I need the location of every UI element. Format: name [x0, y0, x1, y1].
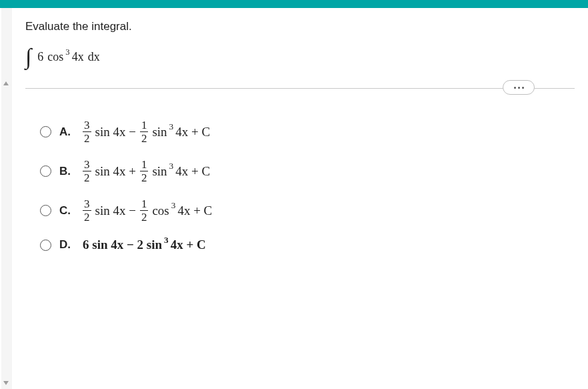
choice-c-t1: sin 4x − [93, 204, 138, 218]
choice-b-frac2: 1 2 [140, 159, 149, 183]
choice-a-exp: 3 [169, 121, 174, 132]
choice-c-math: 3 2 sin 4x − 1 2 cos34x + C [81, 198, 214, 223]
choice-b-f2d: 2 [140, 172, 149, 183]
choice-c-frac2: 1 2 [140, 198, 149, 223]
choice-c: C. 3 2 sin 4x − 1 2 cos34x + C [40, 198, 575, 223]
integral-coef: 6 [35, 50, 45, 64]
scroll-up-icon[interactable] [1, 79, 11, 88]
choice-b-t2a: sin [150, 164, 169, 179]
choice-d-letter: D. [59, 238, 74, 252]
integral-icon: ∫ [25, 45, 31, 68]
question-prompt: Evaluate the integral. [25, 20, 575, 33]
radio-c[interactable] [40, 205, 51, 216]
choice-a-t2a: sin [150, 125, 169, 139]
divider-line [25, 88, 575, 89]
top-accent-bar [0, 0, 588, 8]
choice-c-t2a: cos [150, 204, 171, 218]
radio-a[interactable] [40, 126, 51, 137]
scroll-down-icon[interactable] [1, 378, 11, 388]
choice-b-frac1: 3 2 [83, 159, 91, 183]
choice-b-t2b: 4x + C [173, 164, 212, 179]
radio-d[interactable] [40, 240, 51, 251]
choice-a-frac1: 3 2 [83, 119, 91, 144]
integral-dx: dx [86, 50, 102, 64]
left-scroll-gutter [1, 8, 12, 389]
choice-d: D. 6 sin 4x − 2 sin34x + C [40, 238, 575, 252]
choice-c-f1n: 3 [83, 198, 91, 210]
choice-a-letter: A. [59, 125, 74, 139]
choice-a-t1: sin 4x − [93, 125, 138, 139]
choice-d-exp: 3 [164, 235, 169, 246]
answer-choices: A. 3 2 sin 4x − 1 2 sin34x + C B. [25, 119, 575, 252]
choice-c-f2n: 1 [140, 198, 149, 210]
choice-a: A. 3 2 sin 4x − 1 2 sin34x + C [40, 119, 575, 144]
choice-b-letter: B. [59, 165, 74, 178]
choice-b-exp: 3 [169, 161, 174, 171]
choice-a-f2n: 1 [140, 119, 149, 131]
choice-a-f2d: 2 [140, 133, 149, 144]
choice-a-frac2: 1 2 [140, 119, 149, 144]
choice-c-frac1: 3 2 [83, 198, 91, 223]
choice-c-exp: 3 [171, 200, 176, 211]
question-content: Evaluate the integral. ∫ 6 cos 3 4x dx A… [25, 20, 575, 267]
radio-b[interactable] [40, 165, 51, 177]
integral-exp: 3 [65, 47, 69, 57]
choice-b-math: 3 2 sin 4x + 1 2 sin34x + C [81, 159, 212, 183]
choice-b-f2n: 1 [140, 159, 149, 170]
choice-a-f1d: 2 [83, 133, 91, 144]
more-options-button[interactable] [503, 80, 535, 95]
choice-c-letter: C. [59, 204, 74, 218]
choice-a-t2b: 4x + C [173, 125, 212, 139]
choice-c-f1d: 2 [83, 212, 91, 223]
choice-b-t1: sin 4x + [93, 164, 138, 179]
integral-arg: 4x [70, 50, 86, 64]
integral-fn: cos [45, 50, 65, 64]
choice-a-math: 3 2 sin 4x − 1 2 sin34x + C [81, 119, 212, 144]
divider-row [25, 88, 575, 89]
choice-d-tb: 4x + C [169, 238, 208, 252]
choice-c-f2d: 2 [140, 212, 149, 223]
choice-b-f1d: 2 [83, 172, 91, 183]
choice-d-ta: 6 sin 4x − 2 sin [81, 238, 164, 252]
choice-c-t2b: 4x + C [175, 204, 214, 218]
choice-d-math: 6 sin 4x − 2 sin34x + C [81, 238, 208, 252]
integral-expression: ∫ 6 cos 3 4x dx [25, 45, 575, 68]
choice-b-f1n: 3 [83, 159, 91, 170]
choice-b: B. 3 2 sin 4x + 1 2 sin34x + C [40, 159, 575, 183]
choice-a-f1n: 3 [83, 119, 91, 131]
